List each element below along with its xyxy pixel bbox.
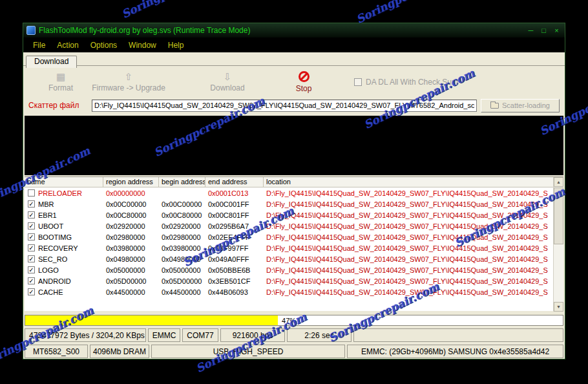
watermark: Soringpcrepair.com <box>120 0 234 21</box>
table-row[interactable]: ✓ MBR 0x00C00000 0x00C00000 0x00C001FF D… <box>25 198 553 209</box>
column-header-region-address[interactable]: region address <box>103 177 159 187</box>
firmware-upgrade-label: Firmware -> Upgrade <box>92 83 165 92</box>
window-title: FlashToolMod fly-droid.org by oleg.svs (… <box>39 26 523 35</box>
app-icon <box>26 26 36 35</box>
menu-help[interactable]: Help <box>162 41 190 50</box>
begin-address: 0x44500000 <box>159 288 205 296</box>
maximize-button[interactable]: □ <box>539 27 549 34</box>
table-row[interactable]: ✓ CACHE 0x44500000 0x44500000 0x44B06093… <box>25 286 553 297</box>
table-row[interactable]: PRELOADER 0x00000000 0x0001C013 D:\Fly_I… <box>25 187 553 198</box>
menu-window[interactable]: Window <box>123 41 162 50</box>
tab-download[interactable]: Download <box>26 56 77 68</box>
row-checkbox[interactable]: ✓ <box>28 211 35 219</box>
status-bar: 472477972 Bytes / 3204,20 KBps EMMC COM7… <box>25 328 563 342</box>
log-panel <box>25 116 563 175</box>
end-address: 0x44B06093 <box>205 288 264 296</box>
row-checkbox[interactable]: ✓ <box>28 255 35 262</box>
progress-bar: 47% <box>25 315 563 326</box>
da-dl-checksum-checkbox[interactable]: DA DL All With Check Sum <box>354 78 458 87</box>
status-com-port: COM77 <box>182 328 218 342</box>
row-checkbox[interactable]: ✓ <box>28 266 35 273</box>
end-address: 0x0001C013 <box>205 189 264 197</box>
progress-percent-label: 47% <box>282 317 296 325</box>
format-button[interactable]: ▦ Format <box>31 72 90 92</box>
region-address: 0x05000000 <box>103 266 159 274</box>
firmware-upgrade-button[interactable]: ⇧ Firmware -> Upgrade <box>90 72 167 92</box>
table-row[interactable]: ✓ ANDROID 0x05D00000 0x05D00000 0x3EB501… <box>25 275 553 286</box>
partition-name: RECOVERY <box>38 244 78 252</box>
download-label: Download <box>210 83 244 92</box>
begin-address: 0x03980000 <box>159 244 205 252</box>
table-row[interactable]: ✓ RECOVERY 0x03980000 0x03980000 0x03F99… <box>25 242 553 253</box>
column-header-location[interactable]: location <box>264 177 553 187</box>
end-address: 0x049A0FFF <box>205 255 264 263</box>
file-location: D:\Fly_IQ4415\IQ4415Quad_SW_20140429_SW0… <box>264 255 553 263</box>
table-row[interactable]: ✓ EBR1 0x00C80000 0x00C80000 0x00C801FF … <box>25 209 553 220</box>
end-address: 0x03F997FF <box>205 244 264 252</box>
file-location: D:\Fly_IQ4415\IQ4415Quad_SW_20140429_SW0… <box>264 266 553 274</box>
column-header-begin-address[interactable]: begin address <box>159 177 205 187</box>
partition-table: name region address begin address end ad… <box>25 176 563 311</box>
table-row[interactable]: ✓ BOOTIMG 0x02980000 0x02980000 0x02EE4F… <box>25 231 553 242</box>
row-checkbox[interactable]: ✓ <box>28 244 35 251</box>
title-bar[interactable]: FlashToolMod fly-droid.org by oleg.svs (… <box>23 23 565 37</box>
scrollbar-thumb[interactable] <box>554 187 563 244</box>
toolbar: ▦ Format ⇧ Firmware -> Upgrade ⇩ Downloa… <box>23 66 565 96</box>
file-location: D:\Fly_IQ4415\IQ4415Quad_SW_20140429_SW0… <box>264 233 553 241</box>
menu-options[interactable]: Options <box>85 41 123 50</box>
begin-address: 0x02980000 <box>159 233 205 241</box>
window-content: Download ▦ Format ⇧ Firmware -> Upgrade … <box>23 52 565 359</box>
table-row[interactable]: ✓ UBOOT 0x02920000 0x02920000 0x0295B6A7… <box>25 220 553 231</box>
download-button[interactable]: ⇩ Download <box>198 72 257 92</box>
stop-button[interactable]: Stop <box>280 71 327 93</box>
device-dram: 4096Mb DRAM <box>90 345 149 358</box>
end-address: 0x02EE4FFF <box>205 233 264 241</box>
flashtool-window: FlashToolMod fly-droid.org by oleg.svs (… <box>23 23 565 359</box>
scatter-file-label: Скаттер файл <box>28 101 88 110</box>
partition-name: SEC_RO <box>38 255 67 263</box>
scroll-down-icon[interactable]: ▼ <box>554 302 563 312</box>
scatter-loading-label: Scatter-loading <box>502 101 550 109</box>
status-bytes: 472477972 Bytes / 3204,20 KBps <box>25 328 146 342</box>
da-dl-checksum-label: DA DL All With Check Sum <box>366 78 458 87</box>
file-location: D:\Fly_IQ4415\IQ4415Quad_SW_20140429_SW0… <box>264 211 553 219</box>
stop-icon <box>299 71 310 82</box>
column-header-end-address[interactable]: end address <box>205 177 264 187</box>
file-location: D:\Fly_IQ4415\IQ4415Quad_SW_20140429_SW0… <box>264 189 553 197</box>
file-location: D:\Fly_IQ4415\IQ4415Quad_SW_20140429_SW0… <box>264 222 553 230</box>
menu-file[interactable]: File <box>27 41 51 50</box>
end-address: 0x0295B6A7 <box>205 222 264 230</box>
device-emmc-info: EMMC: (29Gb+4096Mb) SAMSUNG 0x4e35585a4d… <box>347 345 563 358</box>
table-row[interactable]: ✓ SEC_RO 0x04980000 0x04980000 0x049A0FF… <box>25 253 553 264</box>
status-elapsed-time: 2:26 sec <box>287 328 352 342</box>
table-row[interactable]: ✓ LOGO 0x05000000 0x05000000 0x050BBE6B … <box>25 264 553 275</box>
end-address: 0x050BBE6B <box>205 266 264 274</box>
partition-name: ANDROID <box>38 277 71 285</box>
download-icon: ⇩ <box>224 72 232 81</box>
scatter-file-row: Скаттер файл Scatter-loading <box>23 96 565 114</box>
status-baud-rate: 921600 bps <box>220 328 285 342</box>
format-label: Format <box>48 83 73 92</box>
row-checkbox[interactable]: ✓ <box>28 277 35 284</box>
vertical-scrollbar[interactable]: ▲ ▼ <box>553 177 563 312</box>
menu-action[interactable]: Action <box>51 41 84 50</box>
minimize-button[interactable]: ─ <box>526 27 536 34</box>
row-checkbox[interactable]: ✓ <box>28 200 35 208</box>
region-address: 0x44500000 <box>103 288 159 296</box>
partition-name: LOGO <box>38 266 59 274</box>
scatter-loading-button[interactable]: Scatter-loading <box>481 99 560 112</box>
row-checkbox[interactable] <box>28 189 35 197</box>
table-header: name region address begin address end ad… <box>25 177 563 187</box>
partition-name: EBR1 <box>38 211 57 219</box>
begin-address: 0x00C00000 <box>159 200 205 208</box>
partition-name: MBR <box>38 200 54 208</box>
close-button[interactable]: × <box>552 27 562 34</box>
scroll-up-icon[interactable]: ▲ <box>554 177 563 187</box>
row-checkbox[interactable]: ✓ <box>28 288 35 295</box>
tab-strip: Download <box>23 52 565 66</box>
column-header-name[interactable]: name <box>25 177 103 187</box>
scatter-path-input[interactable] <box>92 100 477 112</box>
row-checkbox[interactable]: ✓ <box>28 222 35 229</box>
row-checkbox[interactable]: ✓ <box>28 233 35 240</box>
device-info-bar: MT6582_S00 4096Mb DRAM USB_HIGH_SPEED EM… <box>25 345 563 358</box>
